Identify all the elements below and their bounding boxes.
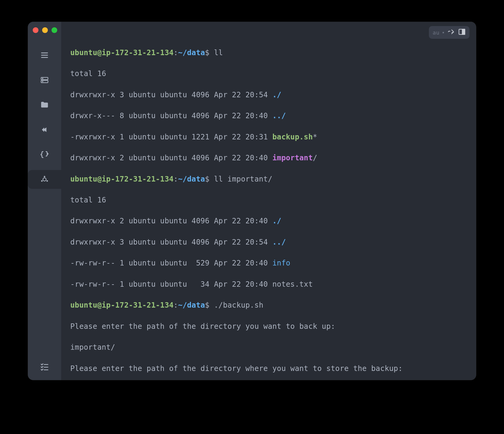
file-entry: info <box>272 259 290 267</box>
output-line: -rw-rw-r-- 1 ubuntu ubuntu 34 Apr 22 20:… <box>70 279 467 290</box>
window-controls <box>32 27 57 33</box>
main-pane: au ubuntu@ip-172-31-21-134:~/data$ ll to… <box>61 22 476 380</box>
svg-rect-16 <box>462 29 465 34</box>
output-line: total 16 <box>70 195 467 205</box>
topbar-label: au <box>433 29 439 36</box>
server-icon[interactable] <box>39 75 50 85</box>
svg-point-9 <box>41 180 43 182</box>
output-line: total 16 <box>70 68 467 79</box>
forward-icon[interactable] <box>39 125 50 135</box>
output-line: drwxrwxr-x 2 ubuntu ubuntu 4096 Apr 22 2… <box>70 216 467 226</box>
output-line: drwxr-x--- 8 ubuntu ubuntu 4096 Apr 22 2… <box>70 111 467 121</box>
split-panel-icon[interactable] <box>458 28 466 37</box>
output-line: Please enter the path of the directory w… <box>70 363 467 374</box>
terminal-output[interactable]: ubuntu@ip-172-31-21-134:~/data$ ll total… <box>61 22 476 380</box>
topbar-dot <box>443 32 444 33</box>
dir-entry: ./ <box>272 90 281 99</box>
output-line: drwxrwxr-x 3 ubuntu ubuntu 4096 Apr 22 2… <box>70 237 467 248</box>
output-line: -rwxrwxr-x 1 ubuntu ubuntu 1221 Apr 22 2… <box>70 132 467 142</box>
svg-point-8 <box>44 176 45 177</box>
folder-icon[interactable] <box>39 100 50 110</box>
output-line: important/ <box>70 342 467 353</box>
close-window-button[interactable] <box>33 27 38 33</box>
user-host: ubuntu@ip-172-31-21-134 <box>70 48 174 57</box>
prompt-line: ubuntu@ip-172-31-21-134:~/data$ ll <box>70 48 467 58</box>
sidebar-nav <box>39 50 50 185</box>
exec-entry: backup.sh <box>272 132 313 141</box>
topbar-controls: au <box>429 26 469 39</box>
output-line: drwxrwxr-x 2 ubuntu ubuntu 4096 Apr 22 2… <box>70 153 467 163</box>
command-text: ll important/ <box>214 175 273 183</box>
code-braces-icon[interactable] <box>39 149 50 160</box>
hamburger-icon[interactable] <box>39 50 50 60</box>
svg-point-6 <box>42 81 43 82</box>
checklist-icon[interactable] <box>39 361 50 372</box>
sidebar <box>28 22 61 380</box>
dir-entry: ../ <box>272 111 286 120</box>
ubuntu-icon[interactable] <box>39 174 50 185</box>
dir-entry: important <box>272 153 313 162</box>
minimize-window-button[interactable] <box>42 27 48 33</box>
svg-point-5 <box>42 78 43 79</box>
prompt-line: ubuntu@ip-172-31-21-134:~/data$ ./backup… <box>70 300 467 311</box>
output-line: drwxrwxr-x 3 ubuntu ubuntu 4096 Apr 22 2… <box>70 90 467 100</box>
cwd-path: ~/data <box>178 48 205 57</box>
prompt-symbol: $ <box>205 48 210 57</box>
output-line: -rw-rw-r-- 1 ubuntu ubuntu 529 Apr 22 20… <box>70 258 467 269</box>
share-icon[interactable] <box>447 28 455 37</box>
maximize-window-button[interactable] <box>51 27 57 33</box>
svg-point-10 <box>46 180 48 182</box>
command-text: ./backup.sh <box>214 301 264 309</box>
svg-point-7 <box>43 178 46 181</box>
app-window: au ubuntu@ip-172-31-21-134:~/data$ ll to… <box>28 22 476 380</box>
command-text: ll <box>214 48 223 57</box>
output-line: Please enter the path of the directory y… <box>70 321 467 332</box>
prompt-line: ubuntu@ip-172-31-21-134:~/data$ ll impor… <box>70 174 467 185</box>
